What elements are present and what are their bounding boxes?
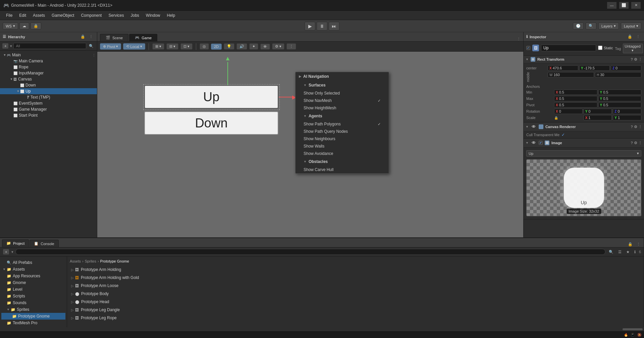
scene-tabs-more[interactable]: ⋮ [517, 37, 521, 41]
history-button[interactable]: 🕐 [573, 22, 584, 30]
hierarchy-item-rope[interactable]: ⬜ Rope [0, 64, 97, 70]
panel-lock[interactable]: 🔒 [627, 241, 634, 247]
scale-y-field[interactable]: Y 1 [613, 115, 641, 120]
scene-more-btn[interactable]: ⋮ [286, 43, 296, 50]
hierarchy-item-main[interactable]: ▼ 🎮 Main ⋮ [0, 52, 97, 58]
proj-assets[interactable]: ▼ 📁 Assets [1, 266, 65, 273]
ctx-show-walls[interactable]: Show Walls [296, 143, 389, 150]
menu-component[interactable]: Component [77, 12, 105, 19]
inspector-lock[interactable]: 🔒 [626, 34, 634, 40]
mode-2d-btn[interactable]: 2D [211, 44, 222, 50]
rect-transform-header[interactable]: ▼ ⊞ Rect Transform ? ⚙ ⋮ [524, 56, 644, 63]
hierarchy-item-down[interactable]: ⬜ Down [0, 82, 97, 88]
height-field[interactable]: H 30 [595, 72, 641, 77]
ws-dropdown[interactable]: WS ▾ [3, 22, 18, 30]
layout-dropdown[interactable]: Layout ▾ [621, 22, 641, 30]
hidden-btn[interactable]: 👁 [260, 44, 270, 50]
panel-more[interactable]: ⋮ [635, 241, 642, 247]
proj-level[interactable]: 📁 Level [1, 286, 65, 293]
project-add[interactable]: + [3, 249, 9, 255]
more-icon[interactable]: ⋮ [638, 125, 642, 129]
hierarchy-search-btn[interactable]: 🔍 [88, 43, 95, 49]
ctx-obstacles-header[interactable]: ▼ Obstacles [296, 157, 389, 166]
grid3-btn[interactable]: ⊡ ▾ [180, 43, 193, 50]
hierarchy-item-text-tmp[interactable]: T Text (TMP) [0, 94, 97, 100]
rot-z-field[interactable]: Z 0 [613, 109, 641, 114]
tree-more[interactable]: ⋮ [92, 53, 96, 57]
breadcrumb-prototype-gnome[interactable]: Prototype Gnome [100, 259, 129, 263]
hierarchy-item-eventsystem[interactable]: ⬜ EventSystem [0, 100, 97, 106]
local-button[interactable]: ⟲ Local ▾ [123, 43, 145, 50]
min-y-field[interactable]: Y 0.5 [598, 90, 642, 95]
menu-help[interactable]: Help [164, 12, 179, 19]
settings-icon[interactable]: ⚙ [634, 57, 637, 62]
hierarchy-item-up[interactable]: ▼ ⬜ Up [0, 88, 97, 94]
hierarchy-add[interactable]: + [2, 43, 9, 49]
menu-edit[interactable]: Edit [16, 12, 30, 19]
menu-file[interactable]: File [3, 12, 16, 19]
minimize-button[interactable]: — [607, 2, 616, 9]
search-icon-btn[interactable]: 🔍 [607, 249, 615, 255]
ctx-show-path-query-nodes[interactable]: Show Path Query Nodes [296, 128, 389, 135]
max-x-field[interactable]: X 0.5 [554, 96, 597, 101]
ctx-surfaces-header[interactable]: ▼ Surfaces [296, 81, 389, 90]
fx-btn[interactable]: ✦ [249, 43, 258, 50]
cull-checkmark[interactable]: ✓ [561, 132, 565, 137]
light-btn[interactable]: 💡 [224, 43, 234, 50]
help-icon[interactable]: ? [631, 125, 633, 129]
proj-gnome[interactable]: 📁 Gnome [1, 279, 65, 286]
max-y-field[interactable]: Y 0.5 [598, 96, 642, 101]
proj-sounds[interactable]: 📁 Sounds [1, 299, 65, 306]
tag-dropdown[interactable]: Untagged ▾ [623, 44, 643, 53]
settings-icon[interactable]: ⚙ [634, 125, 637, 129]
ctx-show-navmesh[interactable]: Show NavMesh ✓ [296, 97, 389, 104]
ctx-show-avoidance[interactable]: Show Avoidance [296, 150, 389, 157]
ctx-show-only-selected[interactable]: Show Only Selected [296, 90, 389, 97]
scale-x-field[interactable]: X 1 [584, 115, 612, 120]
asset-item-arm-holding[interactable]: ▷ 🖼 Prototype Arm Holding [70, 266, 641, 273]
gizmo-btn[interactable]: ◎ [200, 43, 209, 50]
hierarchy-item-startpoint[interactable]: ⬜ Start Point [0, 112, 97, 118]
help-icon[interactable]: ? [631, 57, 633, 62]
asset-item-head[interactable]: ▷ ⬤ Prototype Head [70, 298, 641, 305]
horizontal-scrollbar[interactable] [623, 328, 643, 330]
star-btn[interactable]: ★ [625, 249, 631, 255]
image-header[interactable]: ▼ 👁 🖼 Image ? ⚙ ⋮ [524, 138, 644, 148]
ctx-show-heightmesh[interactable]: Show HeightMesh [296, 104, 389, 112]
grid2-btn[interactable]: ⊟ ▾ [166, 43, 178, 50]
eye-toggle[interactable]: 👁 [531, 124, 537, 130]
play-button[interactable]: ▶ [305, 22, 315, 31]
static-toggle[interactable]: Static [598, 46, 613, 50]
menu-gameobject[interactable]: GameObject [48, 12, 77, 19]
inspector-name-field[interactable] [541, 45, 596, 51]
min-x-field[interactable]: X 0.5 [554, 90, 597, 95]
hierarchy-item-maincamera[interactable]: 📷 Main Camera [0, 58, 97, 64]
asset-item-arm-loose[interactable]: ▷ 🖼 Prototype Arm Loose [70, 282, 641, 289]
ctx-show-path-polygons[interactable]: Show Path Polygons ✓ [296, 120, 389, 128]
proj-all-prefabs[interactable]: 🔍 All Prefabs [1, 259, 65, 266]
search-button[interactable]: 🔍 [586, 22, 596, 30]
tab-console[interactable]: 📋 Console [30, 240, 58, 247]
hierarchy-item-canvas[interactable]: ▼ 🖼 Canvas [0, 76, 97, 82]
game-button-down[interactable]: Down [144, 111, 278, 135]
close-button[interactable]: ✕ [631, 2, 641, 9]
asset-item-leg-dangle[interactable]: ▷ 🖼 Prototype Leg Dangle [70, 306, 641, 314]
tab-project[interactable]: 📁 Project [2, 239, 29, 247]
image-name-dropdown[interactable]: Up ▾ [526, 150, 641, 157]
asset-item-arm-holding-gold[interactable]: ▷ 🖼 Prototype Arm Holding with Gold [70, 274, 641, 281]
rot-x-field[interactable]: X 0 [554, 109, 583, 114]
image-active-toggle[interactable] [539, 141, 543, 145]
game-button-up[interactable]: Up ▶ [144, 85, 278, 109]
info-btn[interactable]: ℹ [633, 249, 637, 255]
grid-btn[interactable]: ⊞ ▾ [152, 43, 164, 50]
tab-game[interactable]: 🎮 Game [129, 34, 157, 41]
ctx-header-ai-navigation[interactable]: ▶ AI Navigation [296, 72, 389, 81]
rot-y-field[interactable]: Y 0 [584, 109, 612, 114]
static-checkbox[interactable] [598, 46, 602, 50]
proj-scripts[interactable]: 📁 Scripts [1, 293, 65, 299]
asset-item-leg-rope[interactable]: ▷ 🖼 Prototype Leg Rope [70, 314, 641, 322]
inspector-more[interactable]: ⋮ [635, 34, 641, 40]
more-icon[interactable]: ⋮ [638, 57, 642, 62]
ctx-show-carve-hull[interactable]: Show Carve Hull [296, 166, 389, 173]
pivot-button[interactable]: ⊕ Pivot ▾ [100, 43, 121, 50]
